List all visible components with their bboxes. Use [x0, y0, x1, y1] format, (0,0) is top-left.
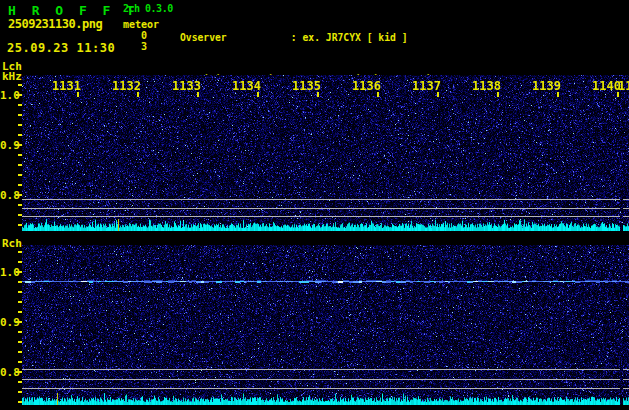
time-minor-tick [317, 92, 319, 97]
freq-axis-label: 0.8 [0, 189, 16, 202]
freq-axis-label: 1.0 [0, 266, 16, 279]
freq-axis-label: 0.8 [0, 366, 16, 379]
freq-minor-tick [18, 351, 22, 353]
time-minor-tick [437, 92, 439, 97]
freq-minor-tick [18, 154, 22, 156]
freq-minor-tick [18, 114, 22, 116]
time-axis-label: 1139 [532, 79, 561, 93]
time-minor-tick [77, 92, 79, 97]
freq-minor-tick [18, 251, 22, 253]
freq-minor-tick [18, 291, 22, 293]
hrofft-screen: { "header": { "app_title": "H R O F F T"… [0, 0, 629, 410]
time-axis-label: 1137 [412, 79, 441, 93]
freq-minor-tick [18, 134, 22, 136]
freq-minor-tick [18, 381, 22, 383]
freq-minor-tick [18, 104, 22, 106]
rch-spectrogram [22, 245, 629, 405]
time-axis-label: 1133 [172, 79, 201, 93]
app-version: 2ch 0.3.0 [123, 3, 173, 14]
freq-minor-tick [18, 164, 22, 166]
freq-minor-tick [18, 361, 22, 363]
freq-axis-label: 1.0 [0, 89, 16, 102]
freq-minor-tick [18, 214, 22, 216]
time-axis-label: 1134 [232, 79, 261, 93]
time-minor-tick [137, 92, 139, 97]
time-axis-label: 1140 [592, 79, 621, 93]
freq-minor-tick [18, 261, 22, 263]
output-filename: 2509231130.png [8, 17, 102, 31]
time-minor-tick [377, 92, 379, 97]
freq-major-tick [16, 94, 22, 96]
freq-minor-tick [18, 341, 22, 343]
time-minor-tick [557, 92, 559, 97]
meteor-count-top: 0 [123, 30, 147, 41]
freq-axis-label: 0.9 [0, 316, 16, 329]
time-minor-tick [257, 92, 259, 97]
time-axis-label: 1135 [292, 79, 321, 93]
freq-axis-label: 0.9 [0, 139, 16, 152]
mode-label: meteor [123, 19, 159, 30]
time-axis-label: 1138 [472, 79, 501, 93]
time-axis-label: 1132 [112, 79, 141, 93]
freq-major-tick [16, 144, 22, 146]
freq-minor-tick [18, 311, 22, 313]
time-axis-label: 1136 [352, 79, 381, 93]
lch-spectrogram [22, 75, 629, 231]
freq-minor-tick [18, 281, 22, 283]
freq-major-tick [16, 194, 22, 196]
observer-line: Ovserver : ex. JR7CYX [ kid ] [180, 31, 623, 45]
freq-major-tick [16, 371, 22, 373]
time-minor-tick [197, 92, 199, 97]
rch-channel-label: Rch [2, 237, 22, 250]
time-axis-label-partial: 11 [618, 79, 629, 93]
freq-minor-tick [18, 174, 22, 176]
time-axis-label: 1131 [52, 79, 81, 93]
freq-minor-tick [18, 331, 22, 333]
meteor-count-bottom: 3 [123, 41, 147, 52]
app-title: H R O F F T [8, 3, 138, 18]
freq-major-tick [16, 321, 22, 323]
freq-minor-tick [18, 204, 22, 206]
freq-minor-tick [18, 224, 22, 226]
freq-minor-tick [18, 401, 22, 403]
freq-minor-tick [18, 124, 22, 126]
lch-unit-label: kHz [2, 70, 22, 83]
time-minor-tick [497, 92, 499, 97]
freq-minor-tick [18, 391, 22, 393]
freq-minor-tick [18, 301, 22, 303]
freq-minor-tick [18, 84, 22, 86]
freq-minor-tick [18, 184, 22, 186]
date-time: 25.09.23 11:30 [7, 41, 115, 55]
freq-major-tick [16, 271, 22, 273]
